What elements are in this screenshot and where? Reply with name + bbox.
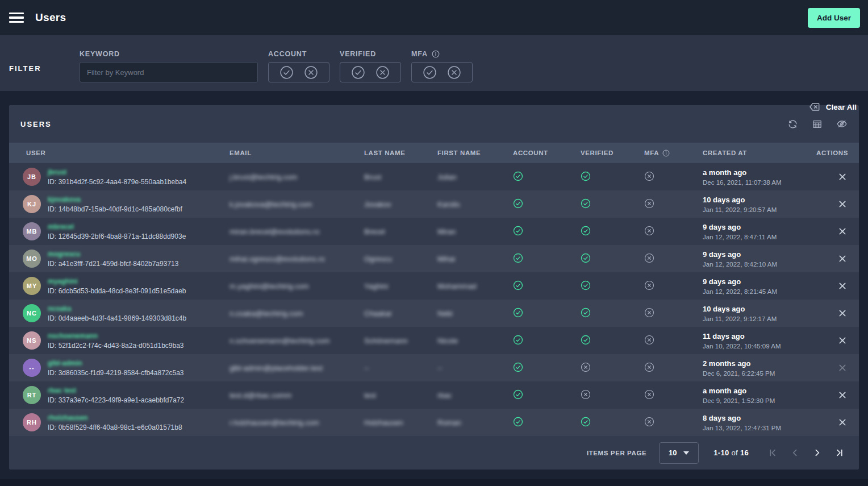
created-absolute-text: Dec 6, 2021, 6:22:45 PM: [703, 370, 811, 377]
add-user-button[interactable]: Add User: [808, 8, 860, 28]
verified-filter-toggle: [340, 62, 401, 82]
filter-bar: FILTER KEYWORD ACCOUNT VERIFIED MFA: [0, 35, 868, 91]
column-header-account: ACCOUNT: [513, 149, 581, 156]
account-no-filter-icon[interactable]: [304, 65, 318, 80]
close-icon: [838, 172, 847, 181]
mfa-yes-filter-icon[interactable]: [423, 65, 437, 80]
info-icon[interactable]: [432, 50, 440, 58]
mfa-status-cell: [644, 389, 703, 401]
filter-section-label: FILTER: [9, 65, 80, 72]
close-icon: [838, 336, 847, 345]
username-link[interactable]: mbrecel: [48, 223, 186, 231]
avatar: NS: [23, 331, 41, 350]
check-circle-icon: [581, 226, 591, 236]
page-title: Users: [35, 11, 66, 24]
email-cell: mihai.ogrescu@evolutions.ro: [229, 255, 364, 263]
x-circle-icon: [644, 389, 654, 400]
verified-no-filter-icon[interactable]: [375, 65, 390, 80]
username-link[interactable]: kjovakova: [48, 196, 182, 203]
pagination-range: 1-10of16: [713, 448, 749, 457]
username-link[interactable]: rbac test: [48, 387, 184, 394]
created-relative-text: 11 days ago: [703, 332, 811, 340]
close-icon: [838, 418, 847, 427]
check-circle-icon: [581, 171, 591, 181]
username-link[interactable]: myaghini: [48, 277, 186, 285]
created-absolute-text: Dec 9, 2021, 1:52:30 PM: [703, 397, 811, 404]
table-row: NS nschoenemann ID: 52f1d2c2-f74c-4d43-8…: [9, 327, 859, 354]
mfa-no-filter-icon[interactable]: [447, 65, 461, 80]
delete-user-button[interactable]: [837, 308, 848, 319]
user-id-text: ID: 3d86035c-f1d9-4219-8584-cfb4a872c5a3: [48, 369, 184, 377]
table-row: JB jbrust ID: 391b4d2f-5c92-4aa4-879e-55…: [9, 163, 859, 190]
delete-user-button[interactable]: [837, 171, 848, 182]
created-relative-text: 9 days ago: [703, 277, 811, 286]
menu-icon[interactable]: [9, 13, 24, 23]
created-relative-text: 8 days ago: [703, 414, 811, 422]
user-id-text: ID: 0d4aaeeb-4d3f-4a41-9869-149303d81c4b: [48, 314, 186, 322]
verified-status-cell: [581, 335, 644, 347]
username-link[interactable]: mogrescu: [48, 250, 178, 258]
keyword-search-input[interactable]: [80, 62, 258, 82]
page-size-value: 10: [669, 448, 677, 457]
card-title: USERS: [20, 120, 52, 128]
username-link[interactable]: jbrust: [48, 168, 186, 176]
delete-user-button[interactable]: [837, 335, 848, 346]
avatar: KJ: [23, 195, 41, 213]
delete-user-button[interactable]: [837, 362, 848, 373]
column-header-created-at: CREATED AT: [703, 149, 811, 156]
account-status-cell: [513, 362, 581, 374]
page-size-select[interactable]: 10: [659, 442, 699, 464]
main-content: USERS USER EMAIL LAST NAME FIRST NAME AC…: [0, 91, 868, 470]
x-circle-icon: [644, 226, 654, 236]
column-header-email: EMAIL: [229, 149, 364, 156]
verified-status-cell: [581, 226, 644, 238]
last-name-cell: Holzhausen: [364, 418, 437, 427]
first-name-cell: Miran: [437, 227, 513, 236]
username-link[interactable]: nschoenemann: [48, 332, 184, 340]
table-row: RT rbac test ID: 337a3e7c-4223-49f9-a9e1…: [9, 381, 859, 409]
last-page-icon[interactable]: [834, 448, 844, 458]
account-filter-group: ACCOUNT: [268, 35, 329, 82]
mfa-status-cell: [644, 308, 703, 319]
visibility-off-icon[interactable]: [836, 118, 848, 130]
delete-user-button[interactable]: [837, 198, 848, 210]
username-link[interactable]: glbl-admin: [48, 359, 184, 367]
user-id-text: ID: 6dcb5d53-bdda-48cd-8e3f-091d51e5daeb: [48, 287, 186, 295]
clear-all-button[interactable]: Clear All: [808, 101, 857, 113]
created-absolute-text: Jan 12, 2022, 8:47:11 AM: [703, 234, 811, 240]
user-id-text: ID: a41e3fff-7d21-459d-bfcf-8402b7a93713: [48, 260, 178, 268]
account-status-cell: [513, 280, 581, 292]
delete-user-button[interactable]: [837, 253, 848, 264]
delete-user-button[interactable]: [837, 226, 848, 237]
check-circle-icon: [513, 198, 523, 209]
verified-status-cell: [581, 362, 644, 374]
delete-user-button[interactable]: [837, 417, 848, 428]
first-page-icon[interactable]: [768, 448, 778, 458]
last-name-cell: Schönemann: [364, 337, 437, 345]
first-name-cell: --: [437, 364, 513, 372]
verified-yes-filter-icon[interactable]: [351, 65, 365, 80]
check-circle-icon: [513, 389, 523, 400]
delete-user-button[interactable]: [837, 389, 848, 401]
avatar: RH: [23, 413, 41, 431]
user-id-text: ID: 14b48bd7-15ab-40df-9d1c-485a080cefbf: [48, 205, 182, 213]
username-link[interactable]: ncoaka: [48, 305, 186, 313]
table-columns-icon[interactable]: [812, 119, 823, 130]
first-name-cell: Nicole: [437, 337, 513, 345]
check-circle-icon: [513, 253, 523, 263]
username-link[interactable]: rholzhausen: [48, 414, 182, 422]
account-status-cell: [513, 389, 581, 401]
next-page-icon[interactable]: [812, 448, 822, 458]
delete-user-button[interactable]: [837, 280, 848, 292]
keyword-filter-group: KEYWORD: [80, 35, 258, 82]
close-icon: [838, 200, 847, 209]
x-circle-icon: [644, 362, 654, 372]
clear-filters-icon: [808, 101, 821, 113]
refresh-icon[interactable]: [787, 119, 798, 130]
last-name-cell: test: [364, 391, 437, 400]
info-icon[interactable]: [662, 149, 670, 157]
previous-page-icon[interactable]: [790, 448, 800, 458]
account-yes-filter-icon[interactable]: [279, 65, 294, 80]
account-status-cell: [513, 226, 581, 238]
verified-status-cell: [581, 389, 644, 401]
